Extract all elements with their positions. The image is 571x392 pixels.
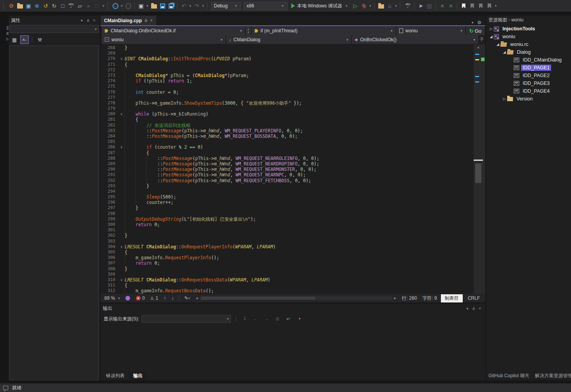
tree-item-woniu.rc[interactable]: ◢woniu.rc <box>486 40 571 48</box>
code-line[interactable]: 285 <box>100 139 474 144</box>
code-text[interactable]: CMainDialog* pThis = (CMainDialog*)pPara… <box>125 73 474 78</box>
line-number[interactable]: 274 <box>100 78 118 84</box>
code-text[interactable]: } <box>125 183 474 189</box>
code-text[interactable]: OutputDebugString(L"[初始化线程] 已安全退出\n"); <box>125 216 474 222</box>
code-text[interactable]: int counter = 0; <box>125 90 474 95</box>
window-search-icon[interactable]: ▣ <box>24 2 33 10</box>
open-folder-icon[interactable] <box>150 2 158 10</box>
code-line[interactable]: 297} <box>100 205 474 211</box>
hscroll-thumb[interactable] <box>201 297 315 300</box>
line-number[interactable]: 283 <box>100 128 118 134</box>
line-number[interactable]: 280 <box>100 111 118 117</box>
tree-item-InjectionTools[interactable]: ▷InjectionTools <box>486 25 571 33</box>
horizontal-scrollbar[interactable]: ◄ ► <box>195 294 397 302</box>
code-text[interactable]: if (counter % 2 == 0) <box>125 144 474 150</box>
code-text[interactable]: Sleep(500); <box>125 194 474 200</box>
page-copy-icon[interactable]: ▱ <box>76 2 84 10</box>
code-line[interactable]: 269 <box>100 51 474 56</box>
timestamp-clock-icon[interactable]: ◔ <box>295 316 303 322</box>
chevron-down-icon[interactable]: ▾ <box>101 4 106 8</box>
line-number[interactable]: 278 <box>100 100 118 106</box>
code-text[interactable] <box>125 272 474 277</box>
line-number[interactable]: 296 <box>100 200 118 205</box>
code-text[interactable] <box>125 51 474 56</box>
line-number[interactable]: 311 <box>100 283 118 288</box>
code-line[interactable]: 309 <box>100 272 474 277</box>
properties-object-combo[interactable]: ▾ <box>9 25 99 33</box>
window-menu-icon[interactable]: ▾ <box>464 306 471 311</box>
window-menu-icon[interactable]: ▾ <box>79 18 85 23</box>
code-text[interactable] <box>125 67 474 73</box>
line-number[interactable]: 270 <box>100 56 118 62</box>
code-text[interactable]: ::PostMessage(pThis->m_hWnd, WM_REQUEST_… <box>125 156 474 161</box>
code-line[interactable]: 306m_gameInfo.RequestPlayerInfo(); <box>100 255 474 260</box>
code-text[interactable]: { <box>125 62 474 67</box>
code-text[interactable]: if (!pThis) return 1; <box>125 78 474 84</box>
line-number[interactable]: 277 <box>100 95 118 100</box>
code-text[interactable] <box>125 139 474 144</box>
fold-chevron-icon[interactable]: ∨ <box>118 111 125 117</box>
code-line[interactable]: 302} <box>100 233 474 238</box>
code-text[interactable]: { <box>125 150 474 156</box>
code-text[interactable]: ::PostMessage(pThis->m_hWnd, WM_REQUEST_… <box>125 178 474 183</box>
line-number[interactable]: 291 <box>100 172 118 178</box>
tree-item-IDD_CMainDialog[interactable]: IDD_CMainDialog <box>486 56 571 64</box>
code-text[interactable]: ::PostMessage(pThis->m_hWnd, WM_REQUEST_… <box>125 167 474 172</box>
scroll-up-icon[interactable]: ▴ <box>474 45 483 49</box>
scope-dropdown[interactable]: CMainDialog.OnBnClickedOk.if ▾ <box>102 26 245 35</box>
line-number[interactable]: 286 <box>100 144 118 150</box>
gear-icon[interactable]: ⚙ <box>477 20 481 25</box>
code-line[interactable]: 281{ <box>100 117 474 122</box>
code-line[interactable]: 291::PostMessage(pThis->m_hWnd, WM_REQUE… <box>100 172 474 178</box>
code-line[interactable]: 301 <box>100 227 474 233</box>
code-line[interactable]: 283::PostMessage(pThis->m_hWnd, WM_REQUE… <box>100 128 474 134</box>
new-window-icon[interactable]: ▣ <box>137 2 145 10</box>
chevron-down-icon[interactable]: ▾ <box>368 4 372 8</box>
code-text[interactable]: { <box>125 283 474 288</box>
line-number[interactable]: 308 <box>100 266 118 272</box>
code-text[interactable]: LRESULT CMainDialog::OnRequestPlayerInfo… <box>125 244 474 250</box>
code-text[interactable]: ::PostMessage(pThis->m_hWnd, WM_REQUEST_… <box>125 128 474 134</box>
solution-configuration-combo[interactable]: Debug▾ <box>211 2 241 10</box>
code-line[interactable]: 298 <box>100 211 474 216</box>
chevron-down-icon[interactable]: ▾ <box>188 4 192 8</box>
close-icon[interactable]: × <box>91 18 97 23</box>
toolbar-grip[interactable] <box>3 2 5 9</box>
code-line[interactable]: 271{ <box>100 62 474 67</box>
code-text[interactable]: ::PostMessage(pThis->m_hWnd, WM_REQUEST_… <box>125 134 474 139</box>
code-text[interactable]: m_gameInfo.RequestBossData(); <box>125 288 474 294</box>
forward-circle-icon[interactable]: ↻ <box>50 2 58 10</box>
pin-icon[interactable]: ⚲ <box>471 306 477 311</box>
code-line[interactable]: 274if (!pThis) return 1; <box>100 78 474 84</box>
word-wrap-icon[interactable]: ↵ <box>284 316 292 322</box>
document-dropdown[interactable]: woniu ▾ <box>397 26 465 35</box>
tabs-indicator[interactable]: 制表符 <box>441 294 463 302</box>
code-line[interactable]: 293} <box>100 183 474 189</box>
line-number[interactable]: 289 <box>100 161 118 167</box>
line-number[interactable]: 302 <box>100 233 118 238</box>
outdent-lines-icon[interactable]: ≡ <box>446 2 455 10</box>
pointer-cursor-icon[interactable]: ➤ <box>416 2 425 10</box>
line-number[interactable]: 276 <box>100 90 118 95</box>
error-count[interactable]: ✕ 0 <box>136 295 145 301</box>
char-indicator[interactable]: 字符: 9 <box>422 295 437 302</box>
scroll-left-icon[interactable]: ◄ <box>195 296 199 300</box>
code-text[interactable]: pThis->m_gameInfo.ShowSystemTips(3000, {… <box>125 100 474 106</box>
code-line[interactable]: 307return 0; <box>100 260 474 266</box>
collapse-arrow-icon[interactable]: ◢ <box>495 42 501 46</box>
code-line[interactable]: 268} <box>100 45 474 51</box>
split-editor-handle[interactable]: ⼦ <box>479 35 485 44</box>
code-line[interactable]: 304∨LRESULT CMainDialog::OnRequestPlayer… <box>100 244 474 250</box>
code-text[interactable]: } <box>125 45 474 51</box>
properties-grid[interactable] <box>9 46 99 380</box>
tab-list-icon[interactable]: ▾ <box>472 21 474 25</box>
spell-check-icon[interactable]: abc✓ <box>67 2 76 10</box>
line-number[interactable]: 268 <box>100 45 118 51</box>
line-number[interactable]: 301 <box>100 227 118 233</box>
start-without-debugging-icon[interactable]: ▷ <box>351 2 360 10</box>
chevron-down-icon[interactable]: ▾ <box>493 4 498 8</box>
line-number[interactable]: 305 <box>100 250 118 255</box>
code-text[interactable]: } <box>125 205 474 211</box>
fold-chevron-icon[interactable]: ∨ <box>118 244 125 250</box>
line-number[interactable]: 297 <box>100 205 118 211</box>
